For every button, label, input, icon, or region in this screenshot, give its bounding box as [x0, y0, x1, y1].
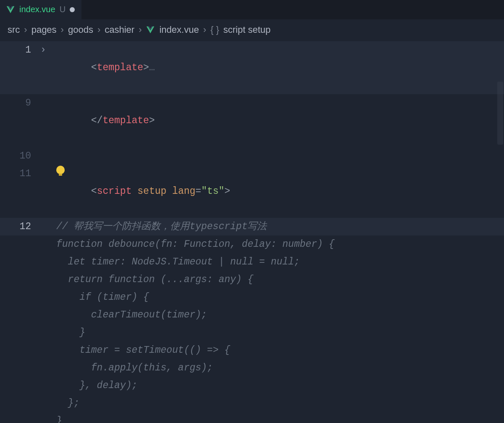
code-editor[interactable]: 1 › <template>… 9 </template> 10 11 <scr…	[0, 40, 504, 423]
unsaved-indicator-icon[interactable]	[70, 7, 75, 12]
inline-suggestion-line[interactable]: return function (...args: any) {	[0, 271, 504, 288]
tab-git-status: U	[60, 5, 66, 14]
chevron-right-icon: ›	[203, 24, 206, 35]
inline-suggestion-line[interactable]: function debounce(fn: Function, delay: n…	[0, 235, 504, 253]
breadcrumb[interactable]: src › pages › goods › cashier › index.vu…	[0, 19, 504, 40]
breadcrumb-part[interactable]: pages	[32, 24, 57, 35]
tab-bar: index.vue U	[0, 0, 504, 19]
file-tab[interactable]: index.vue U	[0, 0, 81, 19]
breadcrumb-part[interactable]: cashier	[105, 24, 134, 35]
vue-file-icon	[6, 5, 15, 14]
lightbulb-icon[interactable]	[56, 166, 65, 174]
code-line[interactable]: 11 <script setup lang="ts">	[0, 165, 504, 218]
line-number: 1	[0, 41, 40, 59]
breadcrumb-part[interactable]: index.vue	[159, 24, 199, 35]
inline-suggestion-line[interactable]: timer = setTimeout(() => {	[0, 341, 504, 359]
code-line[interactable]: 10	[0, 147, 504, 165]
code-line[interactable]: 1 › <template>…	[0, 41, 504, 94]
breadcrumb-part[interactable]: script setup	[223, 24, 271, 35]
comment-text: // 帮我写一个防抖函数，使用typescript写法	[56, 218, 267, 235]
breadcrumb-part[interactable]: src	[8, 24, 20, 35]
scrollbar[interactable]	[497, 82, 503, 145]
inline-suggestion-line[interactable]: clearTimeout(timer);	[0, 306, 504, 324]
inline-suggestion-line[interactable]: }	[0, 412, 504, 423]
inline-suggestion-line[interactable]: }	[0, 324, 504, 341]
chevron-right-icon: ›	[97, 24, 100, 35]
line-number: 10	[0, 147, 40, 165]
inline-suggestion-line[interactable]: }, delay);	[0, 377, 504, 394]
line-number: 11	[0, 165, 40, 182]
braces-icon: { }	[210, 24, 219, 35]
inline-suggestion-line[interactable]: if (timer) {	[0, 288, 504, 306]
code-line-active[interactable]: 12 // 帮我写一个防抖函数，使用typescript写法	[0, 218, 504, 235]
tab-filename: index.vue	[19, 5, 55, 14]
line-number: 12	[0, 218, 40, 235]
chevron-right-icon[interactable]: ›	[40, 41, 53, 59]
code-line[interactable]: 9 </template>	[0, 94, 504, 147]
chevron-right-icon: ›	[24, 24, 27, 35]
line-number: 9	[0, 94, 40, 112]
vue-file-icon	[146, 25, 155, 34]
inline-suggestion-line[interactable]: };	[0, 394, 504, 412]
inline-suggestion-line[interactable]: let timer: NodeJS.Timeout | null = null;	[0, 253, 504, 271]
chevron-right-icon: ›	[61, 24, 64, 35]
chevron-right-icon: ›	[139, 24, 142, 35]
folded-ellipsis-icon[interactable]: …	[149, 62, 155, 73]
breadcrumb-part[interactable]: goods	[68, 24, 93, 35]
inline-suggestion-line[interactable]: fn.apply(this, args);	[0, 359, 504, 377]
